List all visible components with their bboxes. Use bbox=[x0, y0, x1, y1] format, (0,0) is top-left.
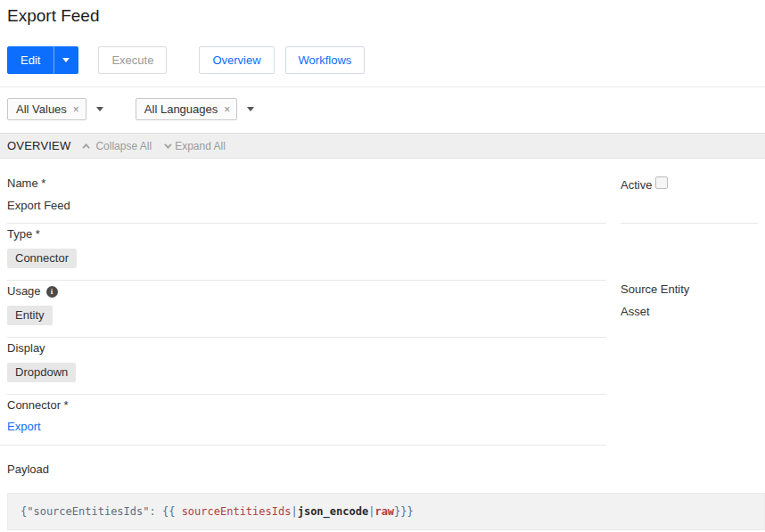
collapse-all-label: Collapse All bbox=[95, 140, 152, 152]
type-label: Type * bbox=[7, 227, 40, 241]
info-icon[interactable] bbox=[46, 286, 58, 298]
usage-label: Usage bbox=[7, 284, 41, 299]
form: Name * Export Feed Type * Connector Usag… bbox=[0, 159, 765, 445]
active-label: Active bbox=[621, 178, 652, 192]
source-entity-value: Asset bbox=[621, 304, 758, 319]
code-pipe: | bbox=[291, 505, 297, 518]
field-display: Display Dropdown bbox=[7, 338, 606, 395]
connector-label: Connector * bbox=[7, 398, 69, 413]
connector-link[interactable]: Export bbox=[7, 420, 41, 433]
display-label: Display bbox=[7, 341, 45, 356]
execute-button[interactable]: Execute bbox=[98, 46, 167, 74]
chevron-down-icon bbox=[164, 141, 171, 148]
field-name: Name * Export Feed bbox=[7, 173, 606, 224]
languages-filter-tag: All Languages × bbox=[136, 98, 237, 120]
name-value: Export Feed bbox=[7, 198, 606, 213]
payload-code-editor[interactable]: {"sourceEntitiesIds": {{ sourceEntitiesI… bbox=[7, 493, 765, 530]
field-source-entity: Source Entity Asset bbox=[621, 279, 758, 331]
chevron-down-icon bbox=[62, 58, 70, 62]
type-value-chip: Connector bbox=[7, 249, 77, 268]
values-filter-label: All Values bbox=[16, 102, 67, 116]
expand-all-label: Expand All bbox=[175, 140, 226, 152]
overview-button[interactable]: Overview bbox=[199, 46, 274, 74]
values-filter[interactable]: All Values × bbox=[7, 98, 103, 120]
payload-section: Payload {"sourceEntitiesIds": {{ sourceE… bbox=[0, 454, 765, 530]
page-header: Export Feed bbox=[0, 0, 765, 27]
field-active: Active bbox=[621, 173, 758, 224]
workflows-button[interactable]: Workflows bbox=[285, 46, 366, 74]
usage-value-chip: Entity bbox=[7, 306, 53, 325]
edit-dropdown-button[interactable] bbox=[53, 46, 78, 74]
collapse-all-button[interactable]: Collapse All bbox=[85, 140, 152, 152]
field-type: Type * Connector bbox=[7, 224, 606, 281]
field-usage: Usage Entity bbox=[7, 281, 606, 338]
filter-row: All Values × All Languages × bbox=[0, 87, 765, 134]
source-entity-label: Source Entity bbox=[621, 282, 689, 297]
field-payload bbox=[0, 445, 606, 454]
code-plain: {"sourceEntitiesIds": {{ bbox=[21, 505, 182, 518]
remove-icon[interactable]: × bbox=[73, 104, 79, 115]
form-right-column: Active Source Entity Asset bbox=[621, 173, 758, 445]
code-variable: sourceEntitiesIds bbox=[182, 505, 292, 518]
form-left-column: Name * Export Feed Type * Connector Usag… bbox=[7, 173, 606, 445]
edit-split-button: Edit bbox=[7, 46, 78, 74]
payload-label: Payload bbox=[7, 462, 49, 477]
page-title: Export Feed bbox=[7, 5, 758, 27]
chevron-up-icon bbox=[83, 143, 90, 151]
name-label: Name * bbox=[7, 176, 45, 191]
field-connector: Connector * Export bbox=[7, 395, 606, 445]
spacer bbox=[621, 224, 758, 279]
languages-filter-label: All Languages bbox=[144, 102, 218, 116]
code-raw: raw bbox=[374, 505, 394, 518]
remove-icon[interactable]: × bbox=[224, 104, 230, 115]
overview-section-bar: OVERVIEW Collapse All Expand All bbox=[0, 134, 765, 159]
display-value-chip: Dropdown bbox=[7, 363, 76, 382]
expand-all-button[interactable]: Expand All bbox=[164, 140, 226, 152]
page: Export Feed Edit Execute Overview Workfl… bbox=[0, 0, 765, 532]
toolbar: Edit Execute Overview Workflows bbox=[0, 27, 765, 87]
values-filter-tag: All Values × bbox=[7, 98, 86, 120]
edit-button[interactable]: Edit bbox=[7, 46, 53, 74]
active-checkbox[interactable] bbox=[655, 176, 668, 189]
section-title: OVERVIEW bbox=[7, 139, 70, 152]
languages-filter[interactable]: All Languages × bbox=[136, 98, 254, 120]
chevron-down-icon[interactable] bbox=[96, 107, 103, 111]
code-plain: }}} bbox=[394, 505, 414, 518]
code-filter: json_encode bbox=[298, 505, 368, 518]
chevron-down-icon[interactable] bbox=[247, 107, 254, 111]
